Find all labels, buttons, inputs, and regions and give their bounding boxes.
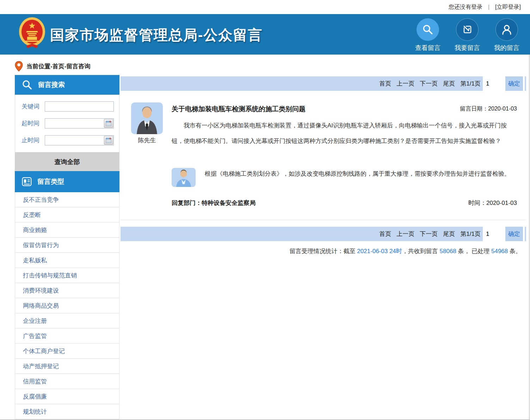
sidebar-type-item[interactable]: 商业贿赂 [15,222,119,238]
nav-view-messages[interactable]: 查看留言 [415,18,440,52]
pagination-top: 首页 上一页 下一页 尾页 第1/1页 确定 [121,76,526,91]
stats-prefix: 留言受理情况统计：截至 [289,248,357,255]
calendar-icon [105,120,112,126]
reply-time-value: 2020-01-03 [486,200,517,206]
sidebar-search-title: 留言搜索 [38,80,65,89]
end-calendar-button[interactable] [104,136,113,145]
separator: | [488,4,489,10]
calendar-icon [105,137,112,143]
message-card: 陈先生 关于电梯加装电瓶车检测系统的施工类别问题 留言日期：2020-01-03… [121,102,526,220]
page-number-input[interactable] [483,76,501,91]
sidebar-type-item[interactable]: 反腐倡廉 [15,389,119,404]
search-icon [22,80,32,90]
page-number-input[interactable] [483,227,501,241]
sidebar-type-item[interactable]: 网络商品交易 [15,298,119,313]
end-time-input[interactable] [45,135,114,145]
breadcrumb: 当前位置-首页-留言咨询 [15,59,90,74]
keyword-label: 关键词 [21,102,42,111]
sidebar-type-item[interactable]: 反垄断 [15,207,119,222]
sidebar-type-item[interactable]: 走私贩私 [15,253,119,268]
confirm-page-button[interactable]: 确定 [505,227,523,241]
page-info: 第1/1页 [460,230,481,238]
keyword-input[interactable] [45,101,114,112]
statistics-line: 留言受理情况统计：截至 2021-06-03 24时，共收到留言 58068 条… [121,247,526,255]
nav-label: 查看留言 [415,44,440,52]
stats-mid1: ，共收到留言 [402,248,440,255]
sidebar: 留言搜索 关键词 起时间 [15,75,119,419]
message-date: 留言日期：2020-01-03 [460,105,517,113]
start-time-input[interactable] [45,118,114,128]
search-icon [417,18,439,41]
stats-received-count: 58068 [440,248,456,255]
sidebar-types-title: 留言类型 [37,177,64,186]
start-time-label: 起时间 [21,119,42,127]
stats-processed-count: 54968 [491,248,508,255]
first-page-link[interactable]: 首页 [379,230,391,238]
next-page-link[interactable]: 下一页 [420,230,438,238]
query-all-button[interactable]: 查询全部 [15,152,119,171]
spacer [523,227,525,241]
reply-meta-row: 回复部门：特种设备安全监察局 时间：2020-01-03 [172,199,517,207]
sidebar-type-item[interactable]: 规划统计 [15,404,119,419]
main-content: 首页 上一页 下一页 尾页 第1/1页 确定 陈先生 关于电梯加装电瓶车检测系 [121,76,526,255]
sidebar-search-header: 留言搜索 [15,75,119,95]
nav-post-message[interactable]: 我要留言 [455,18,480,52]
login-link[interactable]: [立即登录] [495,4,521,11]
sidebar-type-item[interactable]: 打击传销与规范直销 [15,268,119,283]
message-body: 我市有一小区为电梯加装电瓶车检测装置，通过摄像头AI识别电瓶车进入轿厢后，向电梯… [172,118,513,149]
first-page-link[interactable]: 首页 [379,80,391,88]
reply-time-label: 时间： [468,200,486,206]
last-page-link[interactable]: 尾页 [443,230,455,238]
reply-department: 回复部门：特种设备安全监察局 [172,199,255,207]
prev-page-link[interactable]: 上一页 [396,230,414,238]
site-title: 国家市场监督管理总局-公众留言 [50,25,263,45]
sidebar-type-item[interactable]: 消费环境建设 [15,283,119,298]
sidebar-type-item[interactable]: 反不正当竞争 [15,192,119,207]
page-right-border [529,55,530,420]
stats-mid2: 条， 已处理 [456,248,491,255]
message-date-value: 2020-01-03 [488,106,517,112]
sidebar-types-header: 留言类型 [15,171,119,192]
edit-icon [456,18,479,41]
reply-avatar [172,168,196,187]
reply-time: 时间：2020-01-03 [468,199,517,207]
next-page-link[interactable]: 下一页 [420,80,438,88]
location-pin-icon [15,61,23,72]
start-calendar-button[interactable] [104,119,113,128]
national-emblem-logo [18,16,46,49]
login-status-text: 您还没有登录 [449,4,482,11]
reply-department-label: 回复部门： [172,200,202,206]
pagination-bottom: 首页 上一页 下一页 尾页 第1/1页 确定 [121,227,526,241]
spacer [523,76,525,91]
sidebar-type-item[interactable]: 个体工商户登记 [15,344,119,359]
nav-label: 我要留言 [455,44,480,52]
message-type-icon [22,177,32,186]
sidebar-type-item[interactable]: 广告监管 [15,328,119,344]
last-page-link[interactable]: 尾页 [443,80,455,88]
message-title: 关于电梯加装电瓶车检测系统的施工类别问题 [172,105,306,114]
site-header: 国家市场监督管理总局-公众留言 查看留言 [0,14,530,55]
sidebar-type-item[interactable]: 信用监管 [15,374,119,389]
message-date-label: 留言日期： [460,106,488,112]
stats-suffix: 条。 [508,248,522,255]
search-form: 关键词 起时间 [15,95,119,152]
end-time-label: 止时间 [21,136,42,144]
sidebar-type-item[interactable]: 假冒仿冒行为 [15,238,119,253]
prev-page-link[interactable]: 上一页 [396,80,414,88]
keyword-row: 关键词 [21,101,119,112]
header-nav: 查看留言 我要留言 我 [415,18,519,52]
user-icon [495,18,518,41]
reply-body: 根据《电梯施工类别划分表》，如涉及改变电梯原控制线路的，属于重大修理，需按要求办… [205,168,517,187]
sidebar-type-item[interactable]: 动产抵押登记 [15,359,119,374]
sidebar-type-item[interactable]: 企业注册 [15,313,119,328]
spacer [501,76,505,91]
page-info: 第1/1页 [460,80,481,88]
stats-deadline: 2021-06-03 24时 [357,248,402,255]
confirm-page-button[interactable]: 确定 [505,76,523,91]
nav-my-messages[interactable]: 我的留言 [494,18,519,52]
end-time-row: 止时间 [21,135,119,145]
spacer [501,227,505,241]
nav-label: 我的留言 [494,44,519,52]
reply-department-value: 特种设备安全监察局 [202,200,255,206]
author-avatar [131,102,163,134]
